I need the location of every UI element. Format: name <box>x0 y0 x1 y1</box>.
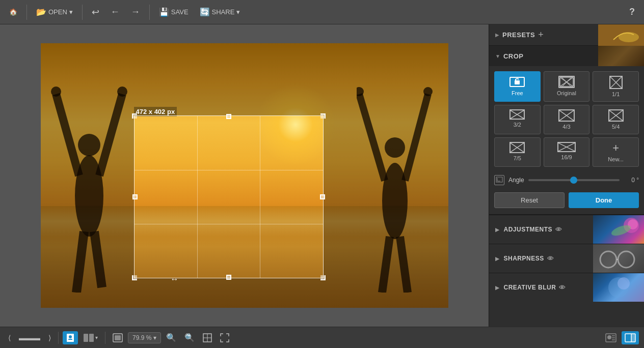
home-button[interactable]: 🏠 <box>5 6 21 18</box>
presets-thumbnail <box>598 24 644 46</box>
crop-option-7-5-label: 7/5 <box>514 155 521 161</box>
adjustments-eye-icon[interactable]: 👁 <box>555 226 562 234</box>
original-crop-icon <box>558 76 575 88</box>
crop-handle-top-right[interactable] <box>320 113 326 119</box>
redo-left-button[interactable]: ← <box>106 5 124 19</box>
panel-toggle-button[interactable] <box>622 331 639 344</box>
grid-icon <box>203 333 212 342</box>
fit-button[interactable] <box>110 331 126 344</box>
zoom-dropdown-icon: ▾ <box>153 334 156 341</box>
share-button[interactable]: 🔄 SHARE ▾ <box>196 5 245 19</box>
adjustments-section-header[interactable]: ▶ ADJUSTMENTS 👁 <box>489 215 644 244</box>
canvas-area[interactable]: 472 x 402 px ↔ <box>0 24 489 327</box>
sharpness-label: SHARPNESS <box>504 255 544 262</box>
crop-option-original-label: Original <box>557 90 576 96</box>
crop-option-free-label: Free <box>512 90 523 96</box>
presets-thumb-image <box>598 24 644 46</box>
creative-blur-section-header[interactable]: ▶ CREATIVE BLUR 👁 <box>489 273 644 302</box>
free-crop-icon <box>509 76 525 88</box>
save-button[interactable]: 💾 SAVE <box>155 5 193 19</box>
crop-option-3-2-label: 3/2 <box>514 122 521 128</box>
angle-slider[interactable] <box>528 179 620 181</box>
crop-option-16-9[interactable]: 16/9 <box>544 137 590 167</box>
crop-box[interactable] <box>134 115 324 278</box>
free-icon-svg <box>509 76 525 88</box>
sharpness-section: ▶ SHARPNESS 👁 <box>489 244 644 273</box>
panel-toggle-icon <box>625 333 636 342</box>
compare-icon <box>83 333 94 342</box>
open-icon: 📂 <box>36 7 46 17</box>
done-button[interactable]: Done <box>569 192 639 208</box>
grid-line-vertical-1 <box>197 116 198 278</box>
new-icon: + <box>612 142 619 154</box>
7-5-icon <box>509 142 525 153</box>
presets-label: PRESETS <box>502 31 535 39</box>
crop-option-4-3[interactable]: 4/3 <box>544 105 590 134</box>
zoom-out-icon: 🔍 <box>166 333 176 342</box>
help-label: ? <box>629 7 635 17</box>
fullscreen-icon <box>220 333 229 342</box>
crop-option-1-1[interactable]: 1/1 <box>593 71 639 102</box>
zoom-control[interactable]: 79.9 % ▾ <box>128 332 161 343</box>
crop-handle-middle-left[interactable] <box>132 194 138 199</box>
prev-button[interactable]: ⟨ <box>5 332 14 344</box>
open-button[interactable]: 📂 OPEN ▾ <box>32 5 77 19</box>
svg-rect-52 <box>84 334 88 342</box>
5-4-icon-svg <box>609 110 623 121</box>
16-9-icon <box>557 142 576 152</box>
crop-option-7-5[interactable]: 7/5 <box>494 137 541 167</box>
crop-section-thumbnail <box>598 46 644 66</box>
next-button[interactable]: ⟩ <box>45 332 54 344</box>
action-buttons: Reset Done <box>489 188 644 214</box>
metadata-button[interactable] <box>602 331 620 344</box>
toolbar-separator-2 <box>82 5 83 20</box>
crop-option-original[interactable]: Original <box>544 71 590 102</box>
home-icon: 🏠 <box>9 8 17 16</box>
crop-option-new[interactable]: + New... <box>593 137 639 167</box>
redo-right-button[interactable]: → <box>127 5 144 19</box>
crop-handle-top-left[interactable] <box>132 113 137 119</box>
crop-option-5-4[interactable]: 5/4 <box>593 105 639 134</box>
fit-icon <box>113 333 123 342</box>
undo-button[interactable]: ↩ <box>88 5 103 20</box>
svg-rect-51 <box>68 339 72 340</box>
adjustments-label: ADJUSTMENTS <box>504 226 553 233</box>
photo-canvas[interactable]: 472 x 402 px ↔ <box>41 43 448 308</box>
portrait-view-button[interactable] <box>63 331 78 344</box>
sharpness-section-header[interactable]: ▶ SHARPNESS 👁 <box>489 244 644 273</box>
crop-handle-bottom-middle[interactable] <box>226 275 231 280</box>
crop-option-free[interactable]: Free <box>494 71 541 102</box>
compare-view-button[interactable]: ▾ <box>80 331 101 344</box>
crop-handle-top-middle[interactable] <box>226 114 231 119</box>
angle-label: Angle <box>508 177 524 184</box>
crop-option-3-2[interactable]: 3/2 <box>494 105 541 134</box>
crop-section-header[interactable]: ▼ CROP <box>489 46 644 66</box>
zoom-out-button[interactable]: 🔍 <box>163 331 179 344</box>
zoom-in-button[interactable]: 🔍+ <box>181 331 198 344</box>
metadata-icon <box>605 333 616 342</box>
sharpness-eye-icon[interactable]: 👁 <box>547 255 554 263</box>
3-2-icon <box>509 109 525 120</box>
grid-button[interactable] <box>200 331 215 344</box>
sharpness-thumbnail <box>593 244 644 273</box>
open-label: OPEN <box>48 8 67 16</box>
presets-add-button[interactable]: + <box>538 30 544 40</box>
creative-blur-thumb-image <box>593 273 644 302</box>
7-5-icon-svg <box>511 143 524 152</box>
reset-button[interactable]: Reset <box>494 192 565 208</box>
grid-line-vertical-2 <box>260 116 260 278</box>
16-9-icon-svg <box>558 143 575 151</box>
help-button[interactable]: ? <box>625 5 639 19</box>
crop-handle-middle-right[interactable] <box>320 194 325 199</box>
crop-option-new-label: New... <box>608 156 624 162</box>
share-label: SHARE <box>212 8 235 16</box>
5-4-icon <box>608 109 624 122</box>
filmstrip-button[interactable]: ▬▬▬ <box>16 332 43 344</box>
fullscreen-button[interactable] <box>217 331 232 344</box>
sharpness-arrow: ▶ <box>495 256 500 262</box>
presets-section-header[interactable]: ▶ PRESETS + <box>489 24 644 46</box>
angle-row: Angle 0 ° <box>489 172 644 188</box>
crop-handle-bottom-right[interactable] <box>320 275 326 280</box>
crop-handle-bottom-left[interactable] <box>132 275 137 280</box>
creative-blur-eye-icon[interactable]: 👁 <box>559 284 566 292</box>
